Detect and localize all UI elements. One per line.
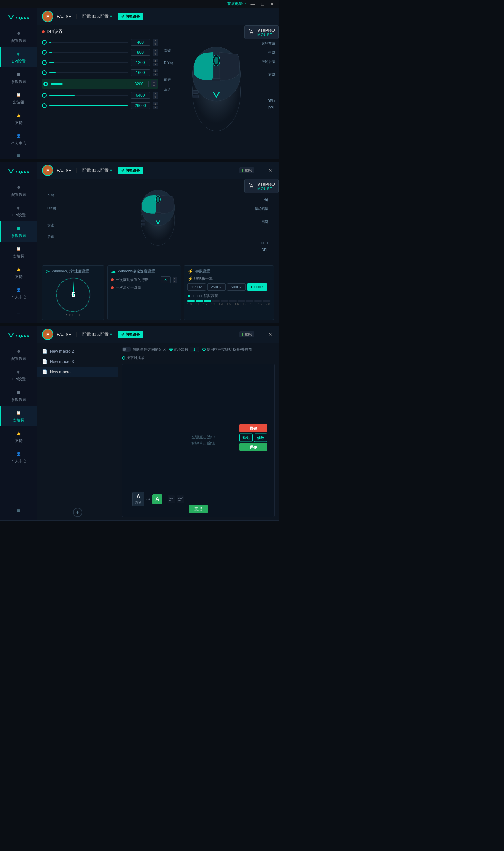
dpi-dot-6[interactable] xyxy=(42,93,47,98)
switch-device-btn-p2[interactable]: ⇌ 切换设备 xyxy=(118,167,143,174)
macro-item-1[interactable]: 📄 New macro 2 xyxy=(37,346,118,356)
dpi-slider-4[interactable] xyxy=(49,72,128,73)
scroll-down-btn[interactable]: ▼ xyxy=(173,280,177,283)
device-badge-p2: 🖱 VT9PRO MOUSE xyxy=(244,179,278,193)
sidebar-item-macro-p3[interactable]: 📋 宏编辑 xyxy=(0,406,37,426)
dpi-down-4[interactable]: ▼ xyxy=(152,73,158,76)
finish-btn[interactable]: 完成 xyxy=(189,505,208,513)
delay-toggle-switch[interactable] xyxy=(122,347,131,352)
sidebar-item-support[interactable]: 👍 支持 xyxy=(0,108,37,129)
dpi-dot-7[interactable] xyxy=(42,103,47,108)
sensor-labels: 1.0 1.1 1.2 1.3 1.4 1.5 1.6 1.7 1.8 1.9 … xyxy=(187,302,270,306)
sidebar-item-macro[interactable]: 📋 宏编辑 xyxy=(0,88,37,108)
close-btn-p3[interactable]: ✕ xyxy=(267,332,274,337)
menu-icon: ≡ xyxy=(17,153,20,159)
delay-toggle: 忽略事件之间的延迟 xyxy=(122,347,166,352)
mouse-label-backward: 后退 xyxy=(164,87,171,92)
dpi-value-5: 3200 xyxy=(130,81,148,87)
dpi-up-6[interactable]: ▲ xyxy=(152,92,158,95)
close-btn-p2[interactable]: ✕ xyxy=(267,168,274,173)
dpi-slider-6[interactable] xyxy=(49,95,128,96)
macro-item-2[interactable]: 📄 New macro 3 xyxy=(37,356,118,367)
svg-marker-9 xyxy=(8,170,14,174)
macro-add-button[interactable]: + xyxy=(73,508,82,517)
key-block-a-down[interactable]: A 案秒 xyxy=(132,492,144,507)
sidebar-item-dpi[interactable]: ◎ DPI设置 xyxy=(0,47,37,67)
dpi-up-3[interactable]: ▲ xyxy=(152,59,158,62)
mouse-label-dpi-minus: DPI- xyxy=(268,106,275,110)
switch-device-btn-p1[interactable]: ⇌ 切换设备 xyxy=(118,13,143,20)
dpi-dot-1[interactable] xyxy=(42,40,47,45)
close-button-top[interactable]: ✕ xyxy=(269,2,275,6)
sidebar-item-params-p3[interactable]: ▦ 参数设置 xyxy=(0,385,37,406)
sidebar-panel3: rapoo ⚙ 配置设置 ◎ DPI设置 ▦ 参数设置 📋 宏编辑 👍 支持 👤… xyxy=(0,326,37,520)
hz-250[interactable]: 250HZ xyxy=(207,283,226,291)
dpi-slider-3[interactable] xyxy=(49,62,128,63)
charge-label: 获取电量中 xyxy=(228,1,246,6)
sidebar-item-dpi-p2[interactable]: ◎ DPI设置 xyxy=(0,201,37,221)
scroll-up-btn[interactable]: ▲ xyxy=(173,277,177,280)
dpi-dot-5[interactable] xyxy=(43,82,48,86)
sidebar-label-support: 支持 xyxy=(15,120,22,125)
dpi-up-2[interactable]: ▲ xyxy=(152,49,158,52)
svg-rect-8 xyxy=(193,95,198,98)
macro-icon: 📋 xyxy=(15,91,22,99)
header-panel3: F FAJISE | 配置: 默认配置 ▾ ⇌ 切换设备 ▮ 83% — ✕ xyxy=(37,326,278,343)
hz-1000[interactable]: 1000HZ xyxy=(247,283,268,291)
config-selector-p1[interactable]: 配置: 默认配置 ▾ xyxy=(82,14,112,19)
minimize-button[interactable]: — xyxy=(249,2,257,6)
sidebar-item-config[interactable]: ⚙ 配置设置 xyxy=(0,26,37,47)
config-selector-p3[interactable]: 配置: 默认配置 ▾ xyxy=(82,332,112,337)
dpi-slider-7[interactable] xyxy=(49,105,128,106)
sidebar-item-params[interactable]: ▦ 参数设置 xyxy=(0,67,37,88)
key-time-34: 34 xyxy=(146,497,150,501)
dpi-up-5[interactable]: ▲ xyxy=(151,80,157,84)
dpi-slider-5[interactable] xyxy=(51,83,127,85)
action-modify-btn[interactable]: 修改 xyxy=(254,433,268,442)
sidebar-item-support-p3[interactable]: 👍 支持 xyxy=(0,426,37,447)
sidebar-item-macro-p2[interactable]: 📋 宏编辑 xyxy=(0,242,37,262)
username-p3: FAJISE xyxy=(57,332,71,337)
dpi-up-7[interactable]: ▲ xyxy=(152,102,158,105)
dpi-down-6[interactable]: ▼ xyxy=(152,95,158,99)
key-block-a-up[interactable]: A xyxy=(152,494,162,504)
dpi-up-4[interactable]: ▲ xyxy=(152,69,158,72)
dpi-up-1[interactable]: ▲ xyxy=(152,39,158,42)
hz-500[interactable]: 500HZ xyxy=(227,283,246,291)
dpi-down-2[interactable]: ▼ xyxy=(152,52,158,56)
dpi-down-7[interactable]: ▼ xyxy=(152,106,158,109)
action-save-btn[interactable]: 保存 xyxy=(239,443,268,451)
dpi-slider-2[interactable] xyxy=(49,52,128,53)
hz-125[interactable]: 125HZ xyxy=(187,283,206,291)
svg-rect-16 xyxy=(142,220,145,222)
mouse-label-forward: 前进 xyxy=(164,77,171,82)
sidebar-item-support-p2[interactable]: 👍 支持 xyxy=(0,262,37,283)
action-delay-btn[interactable]: 延迟 xyxy=(239,433,253,442)
maximize-button[interactable]: □ xyxy=(260,2,266,6)
loop-radio[interactable] xyxy=(169,348,173,351)
sidebar-item-config-p2[interactable]: ⚙ 配置设置 xyxy=(0,180,37,201)
hold-radio[interactable] xyxy=(122,356,125,360)
macro-item-3[interactable]: 📄 New macro xyxy=(37,367,118,377)
dpi-dot-4[interactable] xyxy=(42,70,47,75)
dpi-down-5[interactable]: ▼ xyxy=(151,84,157,87)
action-revoke-btn[interactable]: 撤销 xyxy=(239,425,268,432)
dpi-slider-1[interactable] xyxy=(49,42,128,43)
switch-device-btn-p3[interactable]: ⇌ 切换设备 xyxy=(118,331,143,338)
sidebar-item-profile-p3[interactable]: 👤 个人中心 xyxy=(0,447,37,467)
minimize-btn-p2[interactable]: — xyxy=(257,168,265,173)
dpi-dot-3[interactable] xyxy=(42,60,47,65)
sidebar-item-profile-p2[interactable]: 👤 个人中心 xyxy=(0,283,37,303)
loop-count-input[interactable] xyxy=(190,347,199,352)
dpi-dot-2[interactable] xyxy=(42,50,47,55)
sidebar-item-config-p3[interactable]: ⚙ 配置设置 xyxy=(0,344,37,365)
sidebar-item-params-p2[interactable]: ▦ 参数设置 xyxy=(0,221,37,242)
config-selector-p2[interactable]: 配置: 默认配置 ▾ xyxy=(82,168,112,173)
tap-radio[interactable] xyxy=(202,348,205,351)
minimize-btn-p3[interactable]: — xyxy=(257,332,265,337)
sidebar-item-dpi-p3[interactable]: ◎ DPI设置 xyxy=(0,365,37,385)
sidebar-item-profile[interactable]: 👤 个人中心 xyxy=(0,129,37,149)
dpi-down-3[interactable]: ▼ xyxy=(152,63,158,66)
scroll-rows-input[interactable] xyxy=(161,276,171,283)
dpi-down-1[interactable]: ▼ xyxy=(152,42,158,46)
